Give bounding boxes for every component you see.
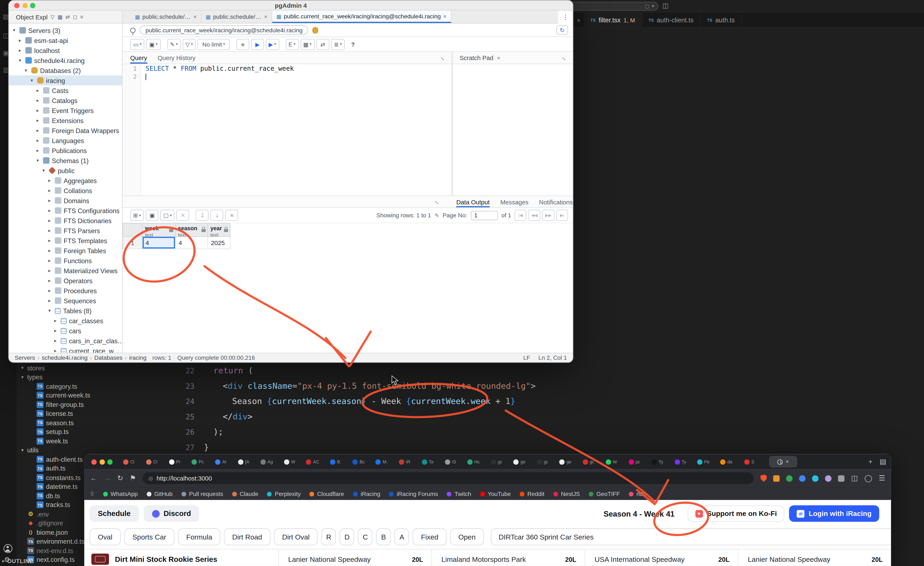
execute-options-button[interactable]: ▶▾ <box>266 39 279 50</box>
minimize-window-button[interactable] <box>99 459 105 464</box>
category-filter-pill[interactable]: Dirt Road <box>224 528 270 545</box>
row-number[interactable]: 1 <box>123 237 142 249</box>
help-button[interactable]: ? <box>346 39 359 50</box>
track-cell[interactable]: Lanier National Speedway 20L <box>278 550 431 566</box>
pane-splitter[interactable] <box>452 52 453 196</box>
delete-row-button[interactable]: ✕ <box>177 210 189 221</box>
download-button[interactable]: ↓ <box>211 210 224 221</box>
file-row[interactable]: season.ts <box>16 418 86 427</box>
series-search-input[interactable] <box>491 528 891 545</box>
bookmark-item[interactable]: Cloudflare <box>309 491 344 497</box>
bookmark-item[interactable]: n8n <box>629 491 646 497</box>
license-filter-pill[interactable]: A <box>394 528 409 545</box>
tab-search-icon[interactable]: ▤ <box>879 458 886 466</box>
forward-icon[interactable]: → <box>104 474 111 482</box>
chevron-icon[interactable] <box>46 308 52 313</box>
browser-tab[interactable]: gc <box>485 456 508 467</box>
column-header[interactable]: year text <box>208 224 230 237</box>
chevron-icon[interactable] <box>35 128 41 133</box>
new-tab-button[interactable]: + <box>868 458 873 466</box>
close-tab-icon[interactable]: × <box>786 459 789 465</box>
chevron-icon[interactable] <box>46 248 52 253</box>
file-row[interactable]: license.ts <box>16 409 86 418</box>
chevron-icon[interactable] <box>35 98 41 103</box>
add-row-button[interactable]: ⊞▾ <box>130 210 144 221</box>
close-icon[interactable]: × <box>443 13 447 19</box>
file-row[interactable]: auth.ts <box>16 464 86 473</box>
tree-item[interactable]: Collations <box>9 186 122 196</box>
bookmark-item[interactable]: WhatsApp <box>103 491 138 497</box>
track-cell[interactable]: USA International Speedway 20L <box>585 550 738 566</box>
extension-icon[interactable] <box>825 475 832 482</box>
limit-select[interactable]: No limit▾ <box>198 39 230 50</box>
category-filter-pill[interactable]: Sports Car <box>124 528 174 545</box>
menu-icon[interactable]: ≡ <box>80 14 84 19</box>
browser-tab[interactable]: Cl <box>140 456 163 467</box>
back-icon[interactable]: ← <box>90 474 97 482</box>
tree-item[interactable]: Tables (8) <box>9 306 122 316</box>
bookmark-item[interactable]: iRacing <box>353 491 380 497</box>
browser-tab[interactable]: Ty <box>646 456 669 467</box>
explain-button[interactable]: E▾ <box>285 39 298 50</box>
edit-button[interactable]: ✎▾ <box>167 39 181 50</box>
tree-item[interactable]: Databases (2) <box>9 65 122 75</box>
chevron-icon[interactable] <box>46 198 52 203</box>
file-row[interactable]: category.ts <box>16 382 86 391</box>
query-tool-tab[interactable]: ▦ public.schedule/ir... × <box>202 10 272 23</box>
tree-item[interactable]: schedule4i.racing <box>9 55 122 65</box>
paste-button[interactable]: ▢▾ <box>160 210 175 221</box>
bookmark-item[interactable]: GitHub <box>147 491 172 497</box>
tree-item[interactable]: esm-sat-api <box>9 35 122 45</box>
scratch-pad-area[interactable] <box>453 64 573 196</box>
chevron-icon[interactable] <box>46 218 52 223</box>
tree-item[interactable]: Functions <box>9 256 122 266</box>
category-filter-pill[interactable]: Formula <box>178 528 220 545</box>
bookmark-item[interactable]: Reddit <box>520 491 544 497</box>
vscode-command-center[interactable]: ▢▾ <box>559 1 658 10</box>
browser-tab[interactable]: Al <box>209 456 232 467</box>
browser-tab[interactable]: gc <box>531 456 554 467</box>
pencil-icon[interactable]: ✎ <box>435 212 439 218</box>
sql-editor[interactable]: 1 SELECT * FROM public.current_race_week… <box>123 64 452 196</box>
first-page-button[interactable]: |◀ <box>515 210 526 221</box>
column-header[interactable]: season text <box>176 224 208 237</box>
browser-tab[interactable]: Pc <box>186 456 209 467</box>
license-filter-pill[interactable]: R <box>321 528 336 545</box>
browser-tab[interactable]: ge <box>508 456 531 467</box>
tree-item[interactable]: Materialized Views <box>9 266 122 276</box>
query-tool-tab[interactable]: ▦ public.schedule/ir... × <box>131 10 202 23</box>
file-row[interactable]: week.ts <box>16 436 86 446</box>
tree-item[interactable]: public <box>9 166 122 175</box>
connection-select[interactable]: public.current_race_week/iracing/iracing… <box>140 25 308 34</box>
close-icon[interactable]: × <box>573 13 584 27</box>
tree-item[interactable]: Servers (3) <box>9 25 122 35</box>
chevron-icon[interactable] <box>35 158 41 163</box>
bookmark-item[interactable]: NestJS <box>553 491 580 497</box>
chevron-icon[interactable] <box>23 68 29 73</box>
file-row[interactable]: db.ts <box>16 491 86 500</box>
breadcrumb-item[interactable]: iracing <box>129 355 147 361</box>
box-icon[interactable]: ◻ <box>73 14 77 19</box>
chevron-icon[interactable] <box>52 318 58 323</box>
series-row[interactable]: Dirt Mini Stock Rookie Series Lanier Nat… <box>84 549 891 566</box>
bookmark-item[interactable]: YouTube <box>480 491 511 497</box>
chevron-icon[interactable] <box>35 108 41 113</box>
menu-icon[interactable]: ☰ <box>879 474 885 482</box>
license-filter-pill[interactable]: B <box>376 528 391 545</box>
browser-tab[interactable]: [A <box>232 456 255 467</box>
copy-button[interactable]: ▣ <box>146 210 159 221</box>
track-cell[interactable]: Limaland Motorsports Park 20L <box>431 550 585 566</box>
tree-item[interactable]: Publications <box>9 145 122 156</box>
tree-item[interactable]: Event Triggers <box>9 105 122 115</box>
new-connection-button[interactable]: ↻ <box>556 25 568 34</box>
open-file-button[interactable]: ▭▾ <box>130 39 144 50</box>
browser-tab[interactable]: Pe <box>692 456 715 467</box>
chevron-icon[interactable] <box>41 168 46 173</box>
editor-tab[interactable]: filter.tsx 1, M <box>584 13 642 27</box>
browser-tab[interactable]: ge <box>554 456 577 467</box>
file-row[interactable]: filter-group.ts <box>16 400 86 409</box>
close-icon[interactable]: × <box>194 13 197 20</box>
expand-icon[interactable]: ↔ <box>439 53 448 62</box>
chevron-icon[interactable] <box>35 118 41 123</box>
outline-section[interactable]: ▸ OUTLINE <box>2 558 33 564</box>
